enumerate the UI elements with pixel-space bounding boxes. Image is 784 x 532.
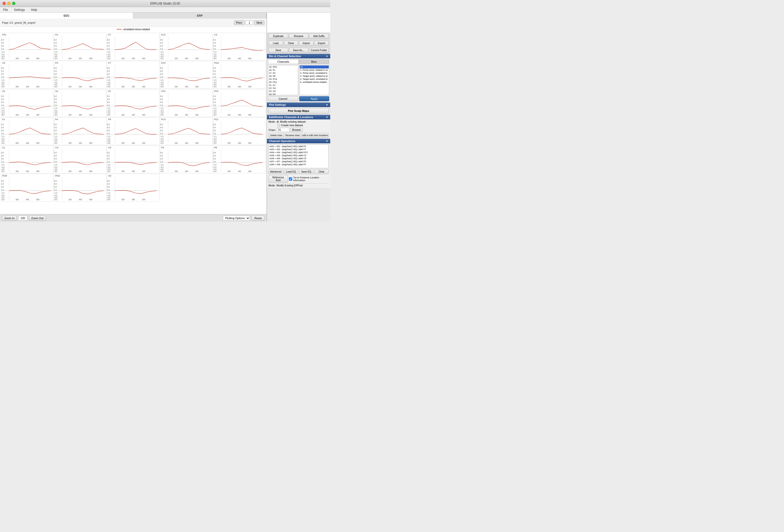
reference-asst-button[interactable]: Reference Asst [269,175,288,183]
export-button[interactable]: Export [314,41,329,46]
add-suffix-button[interactable]: Add Suffix [309,34,329,38]
load-button[interactable]: Load [269,41,283,46]
bin-channel-header[interactable]: Bin & Channel Selection ▼ [267,54,330,58]
rename-button[interactable]: Rename [289,34,309,38]
bin-list-item-4[interactable]: 4. Target word, unrelated to [300,78,329,81]
duplicate-button[interactable]: Duplicate [269,34,288,38]
channel-cell-FCz[interactable]: FCz 6.04.53.01.5-1.5-3.0-4.5-6.0 2004006… [213,117,265,145]
channel-list-item-6[interactable]: 21. Cz [269,84,298,87]
close-button[interactable] [2,2,6,5]
next-button[interactable]: Next [254,21,264,25]
svg-text:-1.5: -1.5 [54,79,57,81]
bc-tab-bins[interactable]: Bins [299,59,330,64]
channel-list-item-2[interactable]: 17. F4 [269,71,298,75]
channel-cell-P7[interactable]: P7 6.04.53.01.5-1.5-3.0-4.5-6.0 20040060… [107,61,159,89]
edit-delete-header[interactable]: Edit/Delete Channels & Locations ▼ [267,115,330,119]
load-eq-button[interactable]: Load EQ [284,169,299,174]
channel-cell-C5[interactable]: C5 6.04.53.01.5-1.5-3.0-4.5-6.0 20040060… [1,61,53,89]
channel-list-item-5[interactable]: 20. FCz [269,81,298,84]
import-button[interactable]: Import [299,41,314,46]
plot-scalp-maps-button[interactable]: Plot Scalp Maps [269,108,329,114]
tab-erp[interactable]: ERP [133,12,267,19]
bin-list-item-5[interactable]: 5. unrelated-minus-related [300,81,329,84]
channel-cell-PO4[interactable]: PO4 6.04.53.01.5-1.5-3.0-4.5-6.0 2004006… [54,174,106,202]
operations-list[interactable]: nch2 = ch2 - (avgchan(1:30)) Label F3 nc… [269,144,329,168]
bin-list-item-all[interactable]: All [300,65,329,68]
minimize-button[interactable] [7,2,10,5]
save-button[interactable]: Save [269,48,288,53]
plot-settings-header[interactable]: Plot Settings ▼ [267,102,330,107]
channel-list-item-7[interactable]: 22. C4 [269,87,298,90]
channel-list-item-1[interactable]: 16. Fz [269,68,298,71]
window-controls[interactable] [2,2,16,5]
page-number-input[interactable] [246,21,253,25]
svg-text:600: 600 [195,170,199,173]
chan-ops-header[interactable]: Channel Operations ▼ [267,139,330,143]
radio-modify-existing[interactable] [277,121,279,123]
add-edit-locs-button[interactable]: Add or edit chan locations [301,133,329,138]
channel-list-item-0[interactable]: 15. FP2 [269,65,298,68]
current-folder-button[interactable]: Current Folder [309,48,329,53]
delete-chan-button[interactable]: Delete chan [269,133,284,138]
radio-create-new[interactable] [278,124,280,127]
bin-list-item-2[interactable]: 2. Prime word, unrelated to [300,71,329,75]
channel-list-item-8[interactable]: 23. C6 [269,90,298,93]
bc-cancel-button[interactable]: Cancel [268,96,298,101]
bin-list-item-3[interactable]: 3. Target word, related to pr [300,75,329,78]
channel-cell-Oz[interactable]: Oz 6.04.53.01.5-1.5-3.0-4.5-6.0 20040060… [54,89,106,117]
channels-list[interactable]: 15. FP2 16. Fz 17. F4 18. F8 19. FC4 20.… [268,65,298,95]
channel-cell-F4[interactable]: F4 6.04.53.01.5-1.5-3.0-4.5-6.0 20040060… [54,117,106,145]
menu-settings[interactable]: Settings [13,7,26,12]
channel-cell-P3[interactable]: P3 6.04.53.01.5-1.5-3.0-4.5-6.0 20040060… [54,61,106,89]
chan-input[interactable] [277,128,289,132]
channel-cell-F8[interactable]: F8 6.04.53.01.5-1.5-3.0-4.5-6.0 20040060… [107,117,159,145]
channel-cell-P4[interactable]: P4 6.04.53.01.5-1.5-3.0-4.5-6.0 20040060… [160,146,213,173]
channel-list-item-4[interactable]: 19. FC4 [269,78,298,81]
prev-button[interactable]: Prev. [234,21,245,25]
svg-text:3.0: 3.0 [54,101,57,104]
plotting-options-select[interactable]: Plotting Options [223,216,250,221]
clear-button[interactable]: Clear [284,41,299,46]
zoom-out-button[interactable]: Zoom Out [29,216,46,221]
channel-cell-PO8[interactable]: PO8 6.04.53.01.5-1.5-3.0-4.5-6.0 2004006… [1,174,53,202]
channel-cell-PO7[interactable]: PO7 6.04.53.01.5-1.5-3.0-4.5-6.0 2004006… [160,61,213,89]
reset-button[interactable]: Reset [252,216,264,221]
advanced-button[interactable]: Advanced [269,169,283,174]
channel-cell-P8[interactable]: P8 6.04.53.01.5-1.5-3.0-4.5-6.0 20040060… [213,146,265,173]
channel-cell-Pz[interactable]: Pz 6.04.53.01.5-1.5-3.0-4.5-6.0 20040060… [107,89,159,117]
channel-cell-FP2[interactable]: FP2 6.04.53.01.5-1.5-3.0-4.5-6.0 2004006… [213,89,265,117]
channel-list-item-3[interactable]: 18. F8 [269,75,298,78]
channel-cell-O2[interactable]: O2 6.04.53.01.5-1.5-3.0-4.5-6.0 20040060… [107,174,159,202]
bc-apply-button[interactable]: Apply [299,96,330,101]
chan-ops-clear-button[interactable]: Clear [314,169,329,174]
channel-cell-F7[interactable]: F7 6.0 4.5 3.0 1.5 -1.5 -3.0 -4.5 -6.0 2… [107,33,159,60]
channel-cell-C3[interactable]: C3 6.0 4.5 3.0 1.5 -1.5 -3.0 -4.5 -6.0 2… [213,33,265,60]
menu-file[interactable]: File [2,7,9,12]
rename-chan-button[interactable]: Rename chan [285,133,300,138]
channel-cell-PO3[interactable]: PO3 6.04.53.01.5-1.5-3.0-4.5-6.0 2004006… [213,61,265,89]
bins-list[interactable]: All 1. Prime word, related to su 2. Prim… [299,65,330,95]
bin-list-item-1[interactable]: 1. Prime word, related to su [300,68,329,71]
save-eq-button[interactable]: Save EQ [299,169,314,174]
svg-text:-6.0: -6.0 [160,170,164,173]
bc-tab-channels[interactable]: Channels [268,59,299,64]
channel-cell-O1[interactable]: O1 6.04.53.01.5-1.5-3.0-4.5-6.0 20040060… [1,89,53,117]
channel-cell-Cz[interactable]: Cz 6.04.53.01.5-1.5-3.0-4.5-6.0 20040060… [1,146,53,173]
zoom-in-button[interactable]: Zoom In [2,216,17,221]
menu-help[interactable]: Help [30,7,38,12]
channel-cell-Fz[interactable]: Fz 6.04.53.01.5-1.5-3.0-4.5-6.0 20040060… [1,117,53,145]
preserve-checkbox[interactable] [289,177,292,181]
maximize-button[interactable] [12,2,16,5]
save-as-button[interactable]: Save As... [289,48,309,53]
channel-cell-FC3[interactable]: FC3 6.0 4.5 3.0 1.5 -1.5 -3.0 -4.5 -6.0 … [160,33,213,60]
browse-button[interactable]: Browse [290,128,302,132]
channel-cell-F3[interactable]: F3 6.0 4.5 3.0 1.5 -1.5 -3.0 -4.5 -6.0 2… [54,33,106,60]
channel-cell-C4[interactable]: C4 6.04.53.01.5-1.5-3.0-4.5-6.0 20040060… [54,146,106,173]
channel-cell-FP1[interactable]: FP1 6.0 4.5 3.0 1.5 -1.5 -3.0 -4.5 -6.0 … [1,33,53,60]
svg-text:-6.0: -6.0 [1,57,4,60]
channel-cell-C6[interactable]: C6 6.04.53.01.5-1.5-3.0-4.5-6.0 20040060… [107,146,159,173]
channel-cell-CPz[interactable]: CPz 6.04.53.01.5-1.5-3.0-4.5-6.0 2004006… [160,89,213,117]
channel-list-item-9[interactable]: 24. P4 [269,93,298,95]
tab-eeg[interactable]: EEG [0,12,133,19]
channel-cell-FC4[interactable]: FC4 6.04.53.01.5-1.5-3.0-4.5-6.0 2004006… [160,117,213,145]
